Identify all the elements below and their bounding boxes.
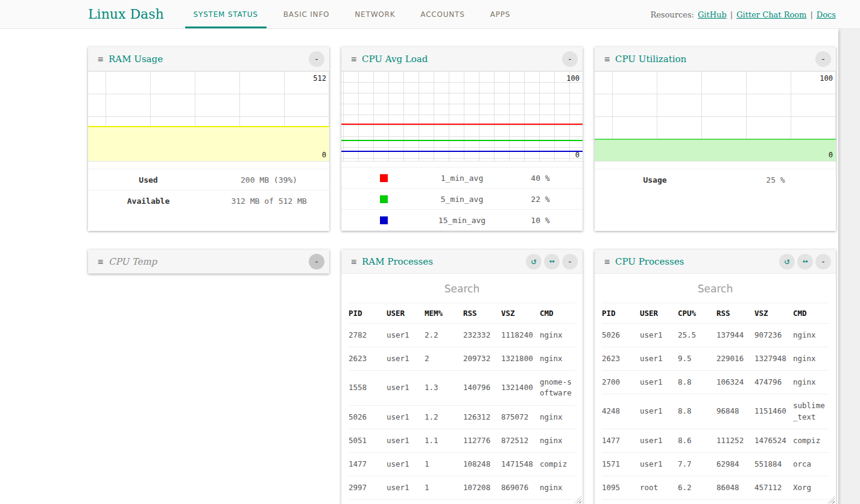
- process-cell: 8.8: [678, 371, 716, 394]
- tab-accounts[interactable]: ACCOUNTS: [412, 0, 473, 28]
- stat-label: Used: [88, 175, 209, 184]
- process-cell: 96848: [716, 394, 754, 429]
- process-cell: 1477: [602, 429, 640, 452]
- link-github[interactable]: GitHub: [698, 10, 727, 19]
- process-cell: 2.2: [425, 324, 463, 347]
- expand-button[interactable]: ↔: [797, 254, 813, 269]
- cpu-avg-load-legend: 1_min_avg40 %5_min_avg22 %15_min_avg10 %: [341, 167, 583, 231]
- menu-icon: ≡: [604, 256, 610, 267]
- collapse-button[interactable]: -: [562, 254, 578, 269]
- refresh-button[interactable]: ↺: [526, 254, 542, 269]
- panel-header: ≡ CPU Utilization -: [595, 47, 836, 71]
- main-content: ≡ RAM Usage - 512 0 Used200 MB (39%)Avai…: [0, 29, 838, 504]
- panel-ram-usage: ≡ RAM Usage - 512 0 Used200 MB (39%)Avai…: [88, 47, 329, 231]
- process-cell: user1: [387, 371, 425, 405]
- refresh-button[interactable]: ↺: [779, 254, 795, 269]
- process-cell: 1.2: [425, 405, 463, 429]
- legend-swatch-icon: [380, 195, 388, 203]
- link-separator: |: [810, 10, 812, 19]
- link-gitter-chat-room[interactable]: Gitter Chat Room: [736, 10, 806, 19]
- process-cell: 875072: [501, 405, 540, 429]
- process-cell: 8.8: [678, 394, 716, 429]
- process-cell: 1: [425, 452, 463, 476]
- tab-apps[interactable]: APPS: [482, 0, 519, 28]
- process-cell: 474796: [754, 371, 793, 394]
- process-cell: 872512: [501, 429, 540, 452]
- collapse-button[interactable]: -: [562, 51, 578, 67]
- process-cell: nginx: [540, 405, 575, 429]
- process-cell: 25.5: [678, 324, 716, 347]
- process-cell: 137944: [716, 324, 754, 347]
- process-cell: 6.2: [678, 476, 716, 499]
- process-row: 2782user12.22323321118240nginx: [349, 324, 575, 347]
- process-cell: user1: [640, 429, 678, 452]
- column-header-rss: RSS: [463, 303, 501, 324]
- legend-row: 5_min_avg22 %: [341, 188, 583, 209]
- process-cell: 1476524: [754, 429, 793, 452]
- panel-header: ≡ RAM Usage -: [88, 47, 329, 71]
- column-header-pid: PID: [602, 303, 640, 324]
- process-cell: Xorg: [793, 476, 829, 499]
- process-row: 5026user11.2126312875072nginx: [349, 405, 575, 429]
- legend-swatch-icon: [380, 174, 388, 182]
- process-cell: 8.6: [678, 429, 716, 452]
- process-cell: 1558: [349, 371, 387, 405]
- y-axis-min-label: 0: [575, 151, 580, 159]
- link-docs[interactable]: Docs: [817, 10, 836, 19]
- process-cell: 86048: [716, 476, 754, 499]
- process-cell: 112776: [463, 429, 501, 452]
- search-input[interactable]: [602, 281, 829, 297]
- process-cell: 4248: [602, 394, 640, 429]
- collapse-button[interactable]: -: [309, 51, 324, 67]
- process-cell: user1: [640, 394, 678, 429]
- panel-grid: ≡ RAM Usage - 512 0 Used200 MB (39%)Avai…: [88, 47, 836, 504]
- search-input[interactable]: [349, 281, 575, 297]
- process-cell: 907236: [754, 324, 793, 347]
- process-cell: user1: [387, 405, 425, 429]
- panel-actions: ↺ ↔ -: [779, 254, 831, 269]
- expand-button[interactable]: ↔: [544, 254, 560, 269]
- process-cell: 1151460: [754, 394, 793, 429]
- panel-actions: ↺ ↔ -: [526, 254, 578, 269]
- legend-value: 22 %: [498, 195, 583, 204]
- process-cell: 1471548: [501, 452, 540, 476]
- legend-name: 1_min_avg: [426, 174, 498, 183]
- cpu-process-table: PIDUSERCPU%RSSVSZCMD 5026user125.5137944…: [602, 303, 829, 500]
- column-header-cmd: CMD: [540, 303, 575, 324]
- process-row: 5026user125.5137944907236nginx: [602, 324, 829, 347]
- process-row: 2623user122097321321800nginx: [349, 347, 575, 371]
- process-cell: 62984: [716, 452, 754, 476]
- process-cell: nginx: [793, 324, 829, 347]
- process-cell: 5026: [602, 324, 640, 347]
- collapse-button[interactable]: -: [309, 254, 324, 269]
- stat-label: Usage: [595, 175, 715, 184]
- link-separator: |: [730, 10, 733, 19]
- tab-network[interactable]: NETWORK: [346, 0, 403, 28]
- stat-label: Available: [88, 197, 209, 206]
- process-cell: nginx: [540, 429, 575, 452]
- process-cell: 108248: [463, 452, 501, 476]
- menu-icon: ≡: [351, 256, 356, 267]
- panel-header: ≡ CPU Processes ↺ ↔ -: [595, 250, 836, 274]
- process-row: 2700user18.8106324474796nginx: [602, 371, 829, 394]
- app-title: Linux Dash: [88, 7, 164, 22]
- process-row: 1095root6.286048457112Xorg: [602, 476, 829, 499]
- column-header-rss: RSS: [716, 303, 754, 324]
- tab-basic-info[interactable]: BASIC INFO: [275, 0, 338, 28]
- process-cell: 2997: [349, 476, 387, 499]
- process-row: 2623user19.52290161327948nginx: [602, 347, 829, 371]
- tab-system-status[interactable]: SYSTEM STATUS: [185, 0, 267, 28]
- stat-value: 312 MB of 512 MB: [209, 197, 329, 206]
- table-header-row: PIDUSERMEM%RSSVSZCMD: [349, 303, 575, 324]
- resources-label: Resources:: [650, 10, 694, 19]
- ram-usage-chart: 512 0: [88, 71, 329, 162]
- collapse-button[interactable]: -: [815, 254, 831, 269]
- legend-value: 10 %: [498, 216, 583, 225]
- panel-header: ≡ CPU Temp -: [88, 250, 329, 274]
- collapse-button[interactable]: -: [815, 51, 831, 67]
- process-cell: user1: [640, 371, 678, 394]
- process-cell: user1: [387, 347, 425, 371]
- table-header-row: PIDUSERCPU%RSSVSZCMD: [602, 303, 829, 324]
- column-header-user: USER: [387, 303, 425, 324]
- y-axis-min-label: 0: [829, 151, 833, 159]
